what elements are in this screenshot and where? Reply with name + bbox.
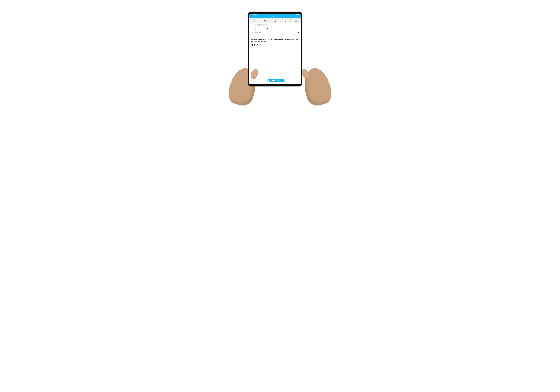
more-icon bbox=[295, 19, 296, 21]
tab-view-label: View bbox=[274, 21, 276, 22]
subject-value: Invoice from Valley Fruits bbox=[256, 28, 270, 29]
body-signature: Best regards, Valley Fruits bbox=[251, 43, 300, 47]
tab-strip: Email Files View bbox=[249, 19, 301, 23]
copy-yes-option[interactable]: YES bbox=[293, 32, 296, 33]
stage: 13.32 Wed 8 Jul ᯤ 4 % Share bbox=[205, 0, 355, 105]
email-body[interactable]: Dear , To view your invoice for GBP 52,1… bbox=[249, 35, 301, 48]
share-icon bbox=[284, 19, 286, 21]
tab-more-label: More bbox=[295, 21, 297, 22]
tab-files[interactable]: Files bbox=[260, 19, 270, 23]
battery-icon bbox=[299, 14, 300, 15]
magnifier-icon bbox=[274, 19, 276, 21]
tab-view[interactable]: View bbox=[270, 19, 280, 23]
add-recipient-button[interactable] bbox=[297, 24, 300, 26]
status-date: Wed 8 Jul bbox=[253, 14, 257, 16]
tab-more[interactable]: More bbox=[290, 19, 301, 23]
chevron-left-icon bbox=[250, 16, 252, 18]
recipient-chip[interactable]: team@debitoor.com bbox=[256, 24, 268, 26]
tab-share-label: Share bbox=[284, 21, 287, 22]
to-label: To bbox=[251, 24, 256, 26]
tab-email[interactable]: Email bbox=[249, 19, 260, 23]
subject-row[interactable]: Subject Invoice from Valley Fruits bbox=[249, 27, 301, 31]
copy-no-option[interactable]: NO bbox=[298, 32, 300, 33]
body-greeting: Dear , bbox=[251, 36, 300, 38]
status-time: 13.32 bbox=[250, 14, 252, 16]
body-company: Valley Fruits bbox=[251, 45, 300, 47]
nav-bar: Share bbox=[249, 16, 301, 19]
send-arrow-icon bbox=[266, 79, 269, 82]
mail-icon bbox=[253, 19, 255, 21]
subject-label: Subject bbox=[251, 28, 256, 29]
copy-to-self-row: Send a copy to myself YES NO bbox=[249, 31, 301, 35]
status-bar: 13.32 Wed 8 Jul ᯤ 4 % bbox=[249, 14, 301, 16]
back-button[interactable] bbox=[250, 16, 253, 19]
send-invoice-button[interactable]: SEND INVOICE bbox=[266, 79, 284, 82]
status-vpn-icon: ᯤ bbox=[295, 14, 296, 16]
tab-share[interactable]: Share bbox=[280, 19, 290, 23]
send-label: SEND INVOICE bbox=[271, 80, 279, 81]
body-line: To view your invoice for GBP 52,15 click… bbox=[251, 39, 300, 42]
to-row[interactable]: To team@debitoor.com bbox=[249, 23, 301, 27]
send-wrap: SEND INVOICE bbox=[249, 79, 301, 82]
svg-line-1 bbox=[275, 20, 275, 20]
tab-email-label: Email bbox=[253, 21, 256, 22]
paperclip-icon bbox=[264, 19, 265, 21]
tab-files-label: Files bbox=[264, 21, 266, 22]
nav-title: Share bbox=[273, 16, 277, 18]
body-regards: Best regards, bbox=[251, 43, 300, 45]
status-battery-text: 4 % bbox=[296, 14, 298, 16]
copy-to-self-label: Send a copy to myself bbox=[251, 32, 293, 33]
